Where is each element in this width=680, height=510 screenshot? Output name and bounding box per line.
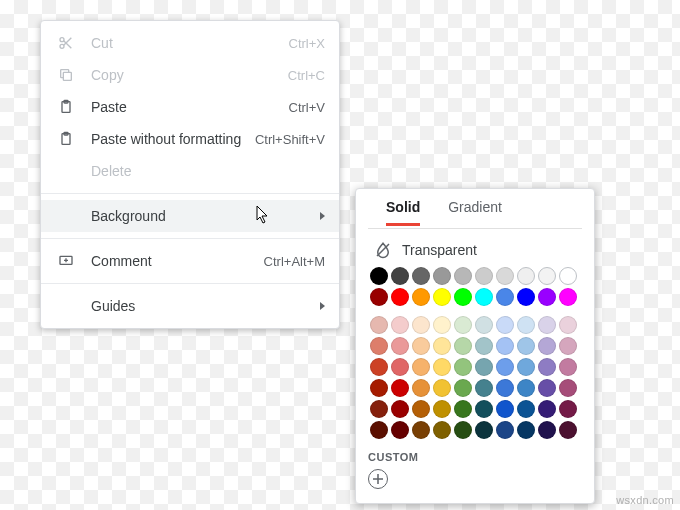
color-swatch[interactable]	[538, 358, 556, 376]
color-swatch[interactable]	[475, 400, 493, 418]
color-swatch[interactable]	[370, 288, 388, 306]
color-swatch[interactable]	[559, 316, 577, 334]
color-swatch[interactable]	[454, 358, 472, 376]
color-swatch[interactable]	[559, 379, 577, 397]
color-swatch[interactable]	[496, 288, 514, 306]
color-swatch[interactable]	[412, 379, 430, 397]
color-swatch[interactable]	[496, 316, 514, 334]
color-swatch[interactable]	[496, 358, 514, 376]
color-swatch[interactable]	[559, 288, 577, 306]
color-swatch[interactable]	[370, 400, 388, 418]
color-swatch[interactable]	[454, 421, 472, 439]
color-swatch[interactable]	[454, 316, 472, 334]
color-swatch[interactable]	[475, 379, 493, 397]
comment-icon	[55, 253, 77, 269]
menu-shortcut: Ctrl+C	[288, 68, 325, 83]
color-swatch[interactable]	[496, 379, 514, 397]
color-swatch[interactable]	[391, 267, 409, 285]
color-swatch[interactable]	[517, 400, 535, 418]
tab-solid[interactable]: Solid	[386, 199, 420, 226]
color-swatch[interactable]	[517, 267, 535, 285]
color-swatch[interactable]	[454, 337, 472, 355]
color-swatch[interactable]	[517, 379, 535, 397]
color-swatch[interactable]	[538, 267, 556, 285]
color-swatch[interactable]	[412, 421, 430, 439]
color-swatch[interactable]	[559, 358, 577, 376]
color-swatch[interactable]	[517, 421, 535, 439]
color-swatch[interactable]	[475, 288, 493, 306]
color-swatch[interactable]	[475, 358, 493, 376]
color-swatch[interactable]	[538, 316, 556, 334]
color-swatch[interactable]	[391, 358, 409, 376]
color-swatch[interactable]	[412, 358, 430, 376]
swatch-grid-main	[368, 316, 582, 439]
color-swatch[interactable]	[475, 337, 493, 355]
menu-item-paste[interactable]: Paste Ctrl+V	[41, 91, 339, 123]
color-swatch[interactable]	[496, 267, 514, 285]
color-swatch[interactable]	[559, 337, 577, 355]
color-swatch[interactable]	[517, 337, 535, 355]
menu-item-comment[interactable]: Comment Ctrl+Alt+M	[41, 245, 339, 277]
color-swatch[interactable]	[559, 267, 577, 285]
color-swatch[interactable]	[496, 400, 514, 418]
color-swatch[interactable]	[496, 337, 514, 355]
color-swatch[interactable]	[454, 400, 472, 418]
tab-gradient[interactable]: Gradient	[448, 199, 502, 223]
color-swatch[interactable]	[412, 316, 430, 334]
chevron-right-icon	[320, 302, 325, 310]
color-swatch[interactable]	[433, 358, 451, 376]
color-swatch[interactable]	[559, 400, 577, 418]
menu-item-copy: Copy Ctrl+C	[41, 59, 339, 91]
color-swatch[interactable]	[433, 267, 451, 285]
color-swatch[interactable]	[433, 379, 451, 397]
color-swatch[interactable]	[391, 379, 409, 397]
color-swatch[interactable]	[433, 316, 451, 334]
color-swatch[interactable]	[412, 337, 430, 355]
color-swatch[interactable]	[370, 358, 388, 376]
clipboard-icon	[55, 99, 77, 115]
color-swatch[interactable]	[391, 288, 409, 306]
color-swatch[interactable]	[454, 267, 472, 285]
color-swatch[interactable]	[433, 400, 451, 418]
color-swatch[interactable]	[391, 421, 409, 439]
color-swatch[interactable]	[370, 267, 388, 285]
color-swatch[interactable]	[433, 337, 451, 355]
color-swatch[interactable]	[391, 316, 409, 334]
color-swatch[interactable]	[391, 337, 409, 355]
color-swatch[interactable]	[433, 288, 451, 306]
color-swatch[interactable]	[412, 288, 430, 306]
color-swatch[interactable]	[496, 421, 514, 439]
color-swatch[interactable]	[433, 421, 451, 439]
color-swatch[interactable]	[370, 337, 388, 355]
menu-item-paste-without-formatting[interactable]: Paste without formatting Ctrl+Shift+V	[41, 123, 339, 155]
color-swatch[interactable]	[517, 316, 535, 334]
color-swatch[interactable]	[391, 400, 409, 418]
color-swatch[interactable]	[538, 337, 556, 355]
color-swatch[interactable]	[538, 379, 556, 397]
menu-label: Paste	[91, 99, 289, 115]
color-swatch[interactable]	[538, 400, 556, 418]
menu-shortcut: Ctrl+Alt+M	[264, 254, 325, 269]
menu-shortcut: Ctrl+Shift+V	[255, 132, 325, 147]
color-swatch[interactable]	[538, 421, 556, 439]
color-swatch[interactable]	[475, 267, 493, 285]
watermark: wsxdn.com	[616, 494, 674, 506]
color-swatch[interactable]	[538, 288, 556, 306]
color-swatch[interactable]	[412, 400, 430, 418]
color-swatch[interactable]	[370, 316, 388, 334]
color-swatch[interactable]	[559, 421, 577, 439]
color-swatch[interactable]	[517, 358, 535, 376]
color-swatch[interactable]	[454, 379, 472, 397]
transparent-option[interactable]: Transparent	[368, 237, 582, 267]
color-swatch[interactable]	[412, 267, 430, 285]
color-swatch[interactable]	[475, 421, 493, 439]
add-custom-color-button[interactable]	[368, 469, 388, 489]
color-swatch[interactable]	[517, 288, 535, 306]
color-swatch[interactable]	[370, 421, 388, 439]
menu-label: Guides	[91, 298, 320, 314]
menu-item-background[interactable]: Background	[41, 200, 339, 232]
color-swatch[interactable]	[370, 379, 388, 397]
color-swatch[interactable]	[454, 288, 472, 306]
menu-item-guides[interactable]: Guides	[41, 290, 339, 322]
color-swatch[interactable]	[475, 316, 493, 334]
